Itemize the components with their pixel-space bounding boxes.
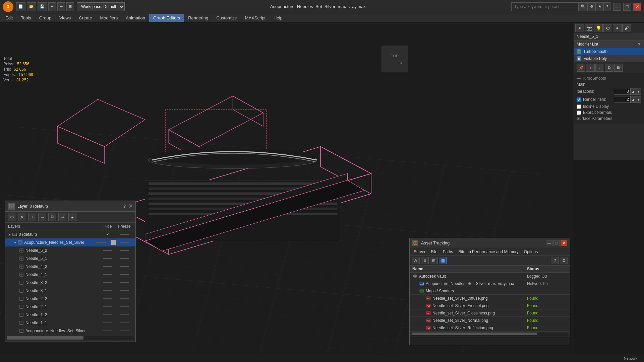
workspace-selector[interactable]: Workspace: Default (77, 2, 125, 11)
modifier-entry-turbosmooth[interactable]: T TurboSmooth (574, 48, 644, 55)
layer-copy-btn[interactable]: ⧉ (48, 213, 56, 221)
render-iters-input[interactable] (614, 96, 631, 103)
asset-row-vault[interactable]: V Autodesk Vault Logged Ou (410, 273, 570, 280)
asset-tool-a[interactable]: A (412, 257, 420, 264)
bookmark-btn[interactable]: ★ (596, 2, 604, 11)
asset-menu-bitmap[interactable]: Bitmap Performance and Memory (456, 249, 521, 255)
asset-scroll-thumb[interactable] (412, 333, 537, 335)
layer-move-btn[interactable]: → (38, 213, 46, 221)
menu-views[interactable]: Views (55, 14, 75, 22)
riters-down[interactable]: ▼ (636, 96, 641, 103)
asset-scrollbar[interactable] (412, 333, 568, 336)
move-btn[interactable]: ↑ (586, 64, 595, 72)
layer-panel-question-btn[interactable]: ? (123, 204, 126, 209)
search-input[interactable] (511, 2, 578, 11)
menu-help[interactable]: Help (270, 14, 287, 22)
asset-tool-options[interactable]: ⚙ (560, 257, 568, 264)
undo-btn[interactable]: ↩ (48, 2, 56, 11)
file-new-btn[interactable]: 📄 (16, 2, 25, 11)
menu-edit[interactable]: Edit (1, 14, 17, 22)
iterations-down[interactable]: ▼ (636, 88, 641, 95)
iterations-input[interactable] (614, 88, 631, 95)
asset-row-reflection[interactable]: PNG Needle_set_Silver_Reflection.png Fou… (410, 324, 570, 332)
expand-icon-0[interactable]: ▼ (8, 233, 12, 236)
asset-menu-server[interactable]: Server (411, 249, 428, 255)
layer-scroll-thumb[interactable] (7, 336, 83, 340)
right-icon-sun[interactable]: ☀ (575, 24, 584, 32)
asset-row-fresnel[interactable]: PNG Needle_set_Silver_Fresnel.png Found (410, 302, 570, 309)
right-icon-paint[interactable]: 🖌 (622, 24, 631, 32)
close-btn[interactable]: ✕ (633, 3, 641, 11)
menu-customize[interactable]: Customize (212, 14, 241, 22)
right-icon-cam[interactable]: 📷 (585, 24, 593, 32)
menu-create[interactable]: Create (75, 14, 96, 22)
maximize-btn[interactable]: □ (623, 3, 631, 11)
layer-row-needle32[interactable]: Needle_3_2 (5, 279, 135, 287)
layer-row-needle22[interactable]: Needle_2_2 (5, 295, 135, 303)
layer-row-needle31[interactable]: Needle_3_1 (5, 287, 135, 295)
search-options-btn[interactable]: ⚙ (588, 2, 596, 11)
layer-scrollbar[interactable] (7, 336, 134, 340)
asset-row-normal[interactable]: PNG Needle_set_Silver_Normal.png Found (410, 317, 570, 324)
menu-animation[interactable]: Animation (122, 14, 149, 22)
asset-panel-header[interactable]: A Asset Tracking — □ ✕ (410, 238, 570, 248)
file-open-btn[interactable]: 📂 (27, 2, 36, 11)
menu-maxscript[interactable]: MAXScript (241, 14, 270, 22)
move-down-btn[interactable]: ↓ (595, 64, 604, 72)
search-btn[interactable]: 🔍 (578, 2, 588, 11)
layer-row-needle41[interactable]: Needle_4_1 (5, 271, 135, 279)
file-save-btn[interactable]: 💾 (38, 2, 47, 11)
asset-menu-paths[interactable]: Paths (440, 249, 456, 255)
menu-tools[interactable]: Tools (17, 14, 35, 22)
asset-row-diffuse[interactable]: PNG Needle_set_Silver_Diffuse.png Found (410, 295, 570, 302)
layer-add-btn[interactable]: + (28, 213, 36, 221)
menu-rendering[interactable]: Rendering (184, 14, 212, 22)
iterations-up[interactable]: ▲ (631, 88, 636, 95)
asset-close-btn[interactable]: ✕ (561, 240, 567, 246)
help-btn[interactable]: ? (604, 2, 610, 11)
asset-maximize-btn[interactable]: □ (553, 240, 560, 246)
menu-group[interactable]: Group (35, 14, 55, 22)
render-iters-checkbox[interactable] (577, 97, 581, 102)
asset-tool-table[interactable]: ▦ (439, 257, 447, 264)
right-icon-star[interactable]: ✦ (613, 24, 622, 32)
layer-delete-btn[interactable]: ✕ (18, 213, 26, 221)
menu-modifiers[interactable]: Modifiers (96, 14, 122, 22)
layer-select-btn[interactable]: ◈ (68, 213, 76, 221)
asset-menu-file[interactable]: File (428, 249, 440, 255)
layer-row-needle21[interactable]: Needle_2_1 (5, 303, 135, 311)
modifier-entry-edpoly[interactable]: E Editable Poly (574, 55, 644, 62)
layer-row-needle11[interactable]: Needle_1_1 (5, 319, 135, 327)
layer-merge-btn[interactable]: ⇒ (58, 213, 66, 221)
redo-btn[interactable]: ↪ (57, 2, 65, 11)
layer-settings-btn[interactable]: ⚙ (8, 213, 16, 221)
layer-panel-close-btn[interactable]: ✕ (128, 203, 133, 209)
layer-panel-header[interactable]: Layer: 0 (default) ? ✕ (5, 201, 135, 212)
asset-row-glossiness[interactable]: PNG Needle_set_Silver_Glossiness.png Fou… (410, 309, 570, 317)
expand-icon-1[interactable]: ▼ (13, 241, 17, 244)
asset-menu-options[interactable]: Options (521, 249, 540, 255)
layer-row-needle51[interactable]: Needle_5_1 (5, 255, 135, 263)
layer-row-needles-set[interactable]: ▼ Acupuncture_Needles_Set_Silver (5, 238, 135, 246)
asset-minimize-btn[interactable]: — (546, 240, 552, 246)
pin-btn[interactable]: 📌 (577, 64, 585, 72)
layer-row-needle42[interactable]: Needle_4_2 (5, 263, 135, 271)
asset-tool-help[interactable]: ? (551, 257, 559, 264)
explicit-normals-checkbox[interactable] (577, 111, 581, 115)
menu-graph-editors[interactable]: Graph Editors (149, 14, 184, 22)
right-icon-gear[interactable]: ⚙ (603, 24, 612, 32)
modifier-list-header[interactable]: Modifier List ▼ (574, 41, 644, 48)
asset-row-maxfile[interactable]: MAX Acupuncture_Needles_Set_Silver_max_v… (410, 280, 570, 287)
layer-row-default[interactable]: ▼ 0 (default) ✓ (5, 230, 135, 238)
isoline-checkbox[interactable] (577, 104, 581, 109)
asset-tool-list[interactable]: ≡ (421, 257, 429, 264)
layer-row-needle12[interactable]: Needle_1_2 (5, 311, 135, 319)
right-icon-lights[interactable]: 💡 (594, 24, 603, 32)
minimize-btn[interactable]: — (613, 3, 621, 11)
asset-row-maps[interactable]: Maps / Shaders (410, 287, 570, 295)
riters-up[interactable]: ▲ (631, 96, 636, 103)
layer-row-acupuncture-set[interactable]: Acupuncture_Needles_Set_Silver (5, 327, 135, 335)
delete-btn[interactable]: 🗑 (614, 64, 623, 72)
viewport-layout-btn[interactable]: ⊞ (66, 2, 74, 11)
copy-btn[interactable]: ⧉ (605, 64, 613, 72)
